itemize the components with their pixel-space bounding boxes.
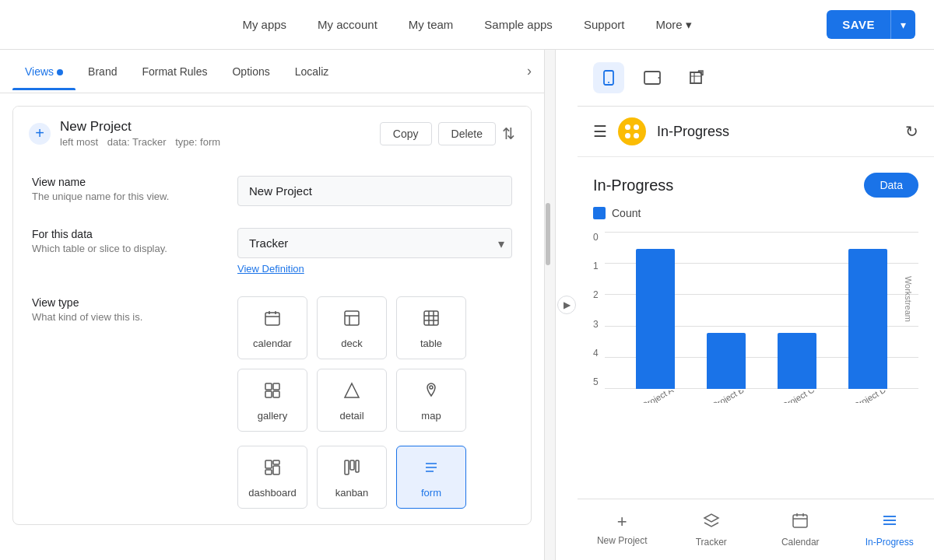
view-type-dashboard[interactable]: dashboard [237, 446, 307, 509]
view-type-gallery[interactable]: gallery [237, 369, 307, 432]
right-panel: ☰ In-Progress ↻ In-Progress Data [578, 50, 934, 560]
top-nav: My apps My account My team Sample apps S… [0, 0, 934, 50]
nav-my-team[interactable]: My team [396, 12, 466, 37]
app-icon-dot [625, 124, 630, 130]
bottom-nav: + New Project Tracker [578, 499, 934, 560]
nav-my-apps[interactable]: My apps [230, 12, 299, 37]
tab-dot [57, 69, 63, 75]
view-type-deck-label: deck [341, 338, 362, 349]
legend-dot [593, 207, 606, 219]
view-definition-link[interactable]: View Definition [237, 263, 512, 275]
hamburger-icon[interactable]: ☰ [593, 122, 607, 141]
bottom-nav-tracker[interactable]: Tracker [667, 506, 757, 554]
y-label-3: 3 [593, 319, 599, 330]
dashboard-icon [264, 459, 281, 481]
app-icon [618, 117, 646, 145]
form-icon [423, 459, 440, 481]
y-label-4: 4 [593, 348, 599, 359]
refresh-icon[interactable]: ↻ [905, 122, 918, 141]
view-type-grid: calendar deck [237, 296, 466, 432]
plus-icon: + [617, 512, 627, 532]
meta-position: left most [60, 136, 98, 148]
tab-format-rules[interactable]: Format Rules [129, 53, 219, 90]
tab-localiz[interactable]: Localiz [283, 53, 342, 90]
bar [707, 333, 746, 389]
tabs-bar: Views Brand Format Rules Options Localiz… [0, 50, 544, 93]
for-data-label-group: For this data Which table or slice to di… [32, 228, 219, 254]
meta-type: type: form [175, 136, 220, 148]
tabs-chevron-icon[interactable]: › [527, 63, 532, 79]
nav-more[interactable]: More ▾ [643, 12, 704, 38]
chart-legend: Count [593, 207, 918, 219]
view-name-input[interactable] [237, 176, 512, 206]
svg-rect-0 [265, 313, 279, 325]
view-type-label: View type [32, 296, 219, 309]
bar [848, 249, 887, 389]
svg-rect-21 [265, 470, 272, 474]
view-type-dashboard-label: dashboard [248, 487, 296, 499]
svg-rect-4 [345, 311, 359, 325]
preview-external-button[interactable] [680, 62, 711, 93]
view-type-deck[interactable]: deck [317, 296, 387, 359]
copy-button[interactable]: Copy [380, 122, 432, 145]
view-type-row2: dashboard kanban [32, 446, 512, 509]
view-type-detail[interactable]: detail [317, 369, 387, 432]
panel-arrow-button[interactable]: ▶ [557, 296, 576, 314]
chevron-right-icon: ▶ [564, 299, 571, 310]
nav-my-account[interactable]: My account [305, 12, 390, 37]
nav-sample-apps[interactable]: Sample apps [472, 12, 565, 37]
bar [778, 333, 816, 389]
svg-point-17 [430, 386, 433, 389]
delete-button[interactable]: Delete [438, 122, 496, 145]
preview-tablet-button[interactable] [637, 62, 668, 93]
view-type-form[interactable]: form [396, 446, 466, 509]
view-type-form-label: form [421, 487, 441, 499]
tab-options[interactable]: Options [219, 53, 282, 90]
bottom-nav-new-project[interactable]: + New Project [578, 506, 667, 554]
x-label-project-c: Project C [778, 390, 813, 403]
save-dropdown-button[interactable]: ▾ [890, 10, 915, 39]
panel-arrow[interactable]: ▶ [556, 50, 578, 560]
svg-rect-30 [644, 72, 660, 84]
view-type-grid2: dashboard kanban [237, 446, 466, 509]
bar-project-d [848, 249, 887, 389]
view-card-info: New Project left most data: Tracker type… [60, 119, 226, 148]
for-data-select[interactable]: Tracker [237, 228, 512, 258]
view-type-map[interactable]: map [396, 369, 466, 432]
app-preview-header: ☰ In-Progress ↻ [578, 107, 934, 157]
bar-project-b [707, 333, 746, 389]
bottom-nav-in-progress[interactable]: In-Progress [845, 506, 935, 554]
view-card-title: New Project [60, 119, 226, 135]
y-label-5: 5 [593, 376, 599, 387]
view-type-table[interactable]: table [396, 296, 466, 359]
add-view-button[interactable]: + [29, 123, 51, 145]
view-type-calendar[interactable]: calendar [237, 296, 307, 359]
bottom-nav-calendar[interactable]: Calendar [756, 506, 845, 554]
view-card-actions: Copy Delete ⇅ [380, 122, 515, 145]
chart-title: In-Progress [593, 177, 673, 194]
view-type-kanban[interactable]: kanban [317, 446, 387, 509]
svg-marker-16 [345, 383, 359, 397]
layers-icon [703, 512, 720, 534]
svg-rect-15 [273, 391, 279, 397]
view-type-map-label: map [421, 410, 441, 422]
data-button[interactable]: Data [864, 173, 918, 198]
preview-mobile-button[interactable] [593, 62, 624, 93]
tab-brand[interactable]: Brand [75, 53, 129, 90]
preview-toolbar [578, 50, 934, 107]
chart-header: In-Progress Data [593, 173, 918, 198]
nav-support[interactable]: Support [571, 12, 637, 37]
list-icon [881, 512, 898, 534]
scrollbar-thumb[interactable] [546, 203, 550, 265]
save-button[interactable]: SAVE [827, 10, 890, 39]
tab-views[interactable]: Views [12, 53, 75, 90]
chart-bars-area [605, 232, 918, 389]
expand-icon[interactable]: ⇅ [502, 124, 515, 143]
view-type-label-group: View type What kind of view this is. [32, 296, 219, 323]
bottom-nav-in-progress-label: In-Progress [866, 537, 914, 548]
chevron-down-icon: ▾ [686, 18, 692, 32]
map-icon [423, 382, 440, 404]
chart-bars [605, 232, 918, 389]
view-name-row: View name The unique name for this view. [32, 176, 512, 206]
app-icon-dot [625, 133, 630, 138]
